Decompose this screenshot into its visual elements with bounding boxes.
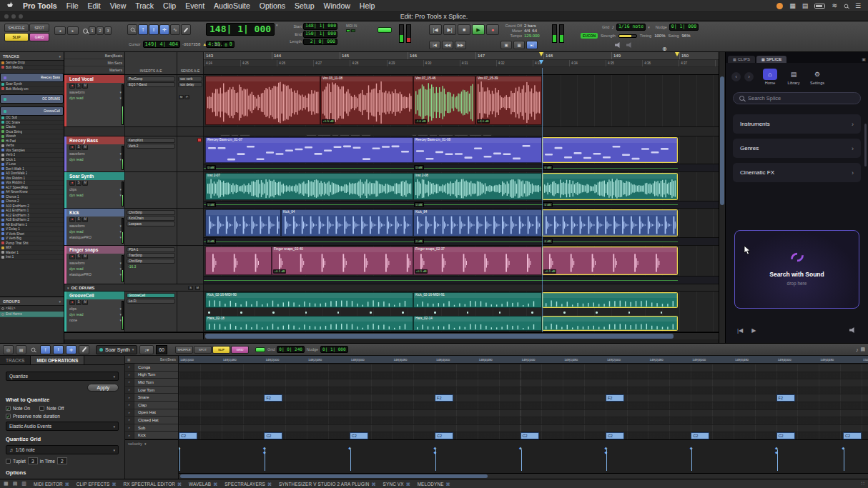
- solo-button[interactable]: S: [76, 254, 82, 259]
- selection-start[interactable]: 148| 1| 000: [303, 23, 337, 30]
- track-list-toggle[interactable]: ▤: [16, 345, 26, 354]
- grid-view-icon[interactable]: ▦: [4, 481, 9, 487]
- menu-setup[interactable]: Setup: [295, 1, 314, 10]
- ruler-label-bars[interactable]: Bars|Beats: [64, 52, 124, 59]
- bottom-tab-wavelab[interactable]: WAVELAB⌘: [189, 482, 217, 487]
- midi-note-f2[interactable]: F2: [435, 394, 453, 402]
- nav-library[interactable]: ▤ Library: [786, 69, 801, 85]
- playhead-marker[interactable]: [539, 60, 543, 64]
- send-slot-vox-delay[interactable]: vox delay: [178, 82, 202, 87]
- mini-forward-button[interactable]: ▶▶: [455, 41, 466, 49]
- clip-finger-snaps-02-37[interactable]: Finger snaps_02-37+0.1 dB: [413, 247, 542, 275]
- track-name[interactable]: Reecey Bass: [64, 136, 124, 144]
- expand-icon[interactable]: ▸: [125, 387, 134, 394]
- clip-kick-02-16-midi-90[interactable]: Kick_02-16-MIDI-90: [205, 292, 413, 308]
- splice-scrollbar[interactable]: [864, 124, 867, 166]
- group-mute-button[interactable]: M: [195, 286, 200, 290]
- volume-icon[interactable]: [849, 327, 857, 333]
- midi-note-f2[interactable]: F2: [606, 394, 624, 402]
- minsecs-ruler[interactable]: 4:244:254:264:274:284:294:304:314:324:33…: [204, 60, 719, 67]
- collapse-icon[interactable]: ▾: [67, 286, 69, 290]
- timeline-ruler[interactable]: 143144145146147148149150 4:244:254:264:2…: [204, 52, 719, 75]
- midi-scrollbar[interactable]: [179, 473, 868, 479]
- midi-note-c2[interactable]: C2: [606, 432, 624, 439]
- target-button[interactable]: ◎: [3, 345, 14, 354]
- clip-inst-2-07[interactable]: Inst 2-07: [205, 173, 413, 200]
- midi-note-c2[interactable]: C2: [691, 432, 709, 439]
- count-off-value[interactable]: 2 bars: [524, 24, 536, 28]
- tuplet-numerator[interactable]: 3: [28, 457, 38, 464]
- operation-select[interactable]: Quantize▾: [6, 372, 119, 381]
- zoom-preset-2[interactable]: 2: [97, 26, 104, 35]
- mini-rtz-button[interactable]: |◀: [429, 41, 440, 49]
- back-button[interactable]: ‹: [731, 72, 741, 81]
- counter-menu-icon[interactable]: ▾: [276, 23, 278, 27]
- list-view-toggle[interactable]: ▤: [860, 347, 865, 352]
- velocity-stem[interactable]: ◆: [691, 449, 692, 471]
- drum-lane-clap[interactable]: ▸Clap: [125, 402, 178, 409]
- hscroll-thumb[interactable]: [205, 334, 674, 339]
- menu-event[interactable]: Event: [185, 1, 204, 10]
- midi-nudge-value[interactable]: 0| 1| 000: [320, 346, 348, 352]
- track-list-item-bob-melody[interactable]: Bob Melody: [0, 66, 64, 71]
- velocity-stem[interactable]: ◆: [350, 449, 351, 471]
- insert-plugin-groovecell[interactable]: GrooveCell: [127, 293, 175, 298]
- search-input[interactable]: [748, 95, 848, 101]
- midi-note-c2[interactable]: C2: [264, 432, 282, 439]
- record-arm-button[interactable]: ●: [69, 145, 75, 150]
- track-name[interactable]: Lead Vocal: [64, 75, 124, 83]
- drum-lane-open-hat[interactable]: ▸Open Hat: [125, 409, 178, 417]
- link-track-button[interactable]: ▦: [513, 41, 525, 49]
- lyric-word[interactable]: With: [306, 134, 317, 136]
- horizontal-scrollbar[interactable]: [64, 332, 719, 339]
- insert-plugin-eq3-7-band[interactable]: EQ3 7-Band: [127, 82, 175, 87]
- menu-pro-tools[interactable]: Pro Tools: [23, 1, 57, 10]
- insert-plugin-procomp[interactable]: ProComp: [127, 76, 175, 81]
- lyric-word[interactable]: my: [429, 134, 438, 136]
- clip[interactable]: [542, 292, 678, 308]
- solo-button[interactable]: S: [76, 145, 82, 150]
- lyric-word[interactable]: win: [483, 134, 492, 136]
- midi-edit-mode-slip[interactable]: SLIP: [212, 346, 230, 354]
- bottom-tab-melodyne[interactable]: MELODYNE⌘: [418, 482, 450, 487]
- bottom-tab-clip-effects[interactable]: CLIP EFFECTS⌘: [77, 482, 117, 487]
- clip-finger-snaps-02-40[interactable]: Finger snaps_02-40+0.1 dB: [272, 247, 413, 275]
- track-name[interactable]: GrooveCell: [64, 292, 124, 299]
- lyric-word[interactable]: always: [454, 134, 468, 136]
- velocity-stem[interactable]: ◆: [844, 449, 844, 471]
- menu-file[interactable]: File: [66, 1, 79, 10]
- midi-edit-mode-spot[interactable]: SPOT: [194, 346, 212, 354]
- tab-splice[interactable]: ▦SPLICE: [756, 56, 786, 63]
- midi-note-c2[interactable]: C2: [179, 432, 197, 439]
- pencil-tool-button[interactable]: [181, 24, 191, 35]
- tempo-value[interactable]: 129.000: [524, 34, 540, 38]
- lyric-word[interactable]: fight: [361, 134, 372, 136]
- selector-tool-button[interactable]: I: [149, 24, 159, 35]
- menu-edit[interactable]: Edit: [88, 1, 101, 10]
- speaker-icon[interactable]: [615, 42, 622, 48]
- insert-plugin-kickchain[interactable]: KickChain: [127, 216, 175, 221]
- automation-lane[interactable]: 0 dB0 dB0 dB: [204, 237, 719, 245]
- clip-hats-02-14[interactable]: Hats_02-14: [413, 316, 542, 331]
- track-control-waveform[interactable]: waveform▾: [64, 151, 124, 156]
- insert-plugin-chnlstrip[interactable]: ChnlStrip: [127, 259, 175, 264]
- velocity-stem[interactable]: ◆: [265, 454, 265, 471]
- lyric-word[interactable]: fight: [418, 134, 428, 136]
- tuplet-checkbox[interactable]: [6, 459, 11, 464]
- bottom-tab-synthesizer-v-studio-2-ara-plugin[interactable]: SYNTHESIZER V STUDIO 2 ARA PLUGIN⌘: [279, 482, 376, 487]
- window-control-buttons[interactable]: [4, 14, 23, 19]
- what-to-quantize-select[interactable]: Elastic Audio Events▾: [6, 422, 119, 431]
- velocity-stem[interactable]: ◆: [521, 449, 522, 471]
- record-arm-button[interactable]: ●: [69, 181, 75, 186]
- insert-plugin-lowpass[interactable]: Lowpass: [127, 221, 175, 226]
- track-lane[interactable]: Kick_02-16-MIDI-90Kick_02-16-MIDI-91Hats…: [204, 292, 719, 332]
- play-preview-button[interactable]: ▶: [751, 327, 756, 334]
- search-with-sound-dropzone[interactable]: Search with Sound drop here: [734, 230, 859, 309]
- track-name[interactable]: Finger snaps: [64, 246, 124, 254]
- strength-slider[interactable]: [618, 34, 637, 38]
- midi-edit-mode-shuffle[interactable]: SHUFFLE: [175, 346, 193, 354]
- drum-lane-snare[interactable]: ▸Snare: [125, 394, 178, 402]
- expand-icon[interactable]: ▸: [125, 394, 134, 401]
- midi-edit-mode-grid[interactable]: GRID: [231, 346, 249, 354]
- expand-icon[interactable]: ▸: [125, 417, 134, 424]
